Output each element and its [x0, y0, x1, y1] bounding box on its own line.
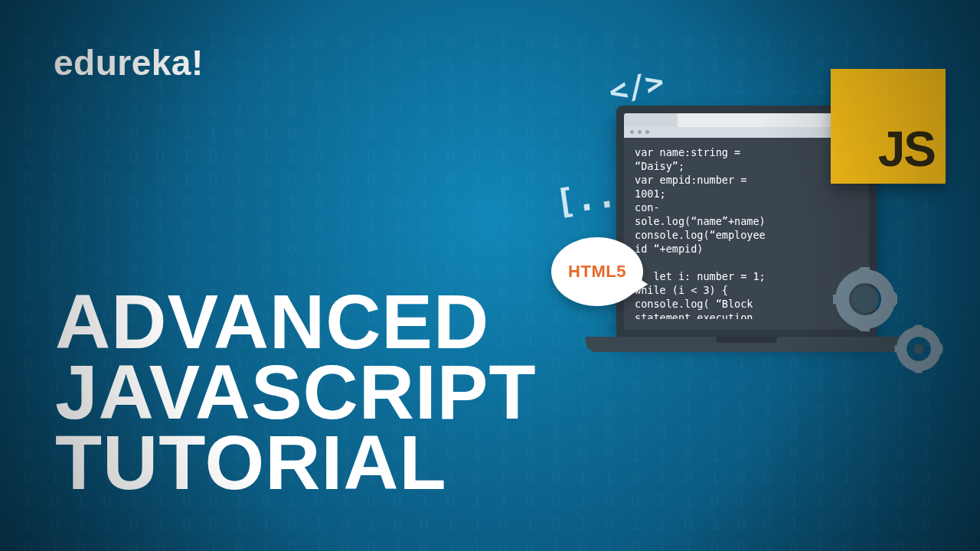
brand-bang: ! [191, 43, 204, 83]
javascript-badge: JS [831, 69, 946, 184]
brand-text: edureka [54, 43, 191, 83]
brand-logo: edureka! [54, 42, 204, 83]
title-line-3: TUTORIAL [55, 427, 537, 497]
html5-speech-bubble: HTML5 [551, 237, 643, 306]
svg-point-10 [858, 292, 873, 307]
title-line-2: JAVASCRIPT [55, 357, 537, 427]
title-line-1: ADVANCED [55, 286, 537, 357]
svg-rect-14 [895, 346, 906, 353]
html5-label: HTML5 [568, 262, 626, 282]
angle-bracket-icon: </> [606, 64, 667, 109]
svg-point-20 [913, 344, 924, 354]
js-badge-text: JS [878, 121, 935, 178]
gear-icon [823, 257, 961, 390]
laptop-illustration: </> [...] var name:string = “Daisy”; var… [509, 54, 938, 398]
slide-title: ADVANCED JAVASCRIPT TUTORIAL [55, 286, 537, 497]
